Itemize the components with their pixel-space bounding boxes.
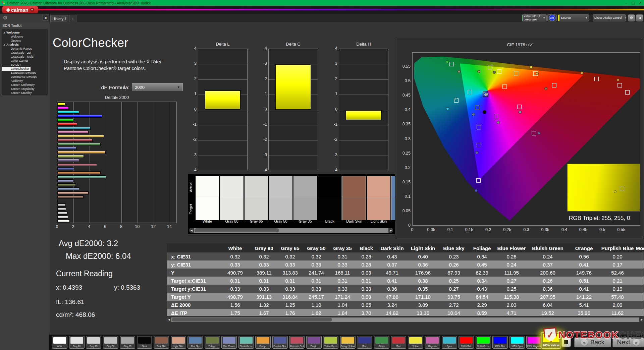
workflow-radio-icon[interactable] [3,16,7,19]
table-cell-e-2000-bluish-green: 6.04 [528,301,568,309]
cie-target-square-16 [477,125,481,129]
sidebar-item-luminance-sweeps[interactable]: Luminance Sweeps [2,75,48,79]
deltae-bar-gray-50 [57,208,66,211]
sidebar-item-saturation-sweeps[interactable]: Saturation Sweeps [2,71,48,75]
footer-patch-100-blue[interactable]: 100% Blue [492,336,508,349]
footer-patch-gray-50[interactable]: Gray 50 [103,336,118,349]
settings-button[interactable]: ⚙ [628,14,635,21]
sidebar-item-screen-stability[interactable]: Screen Stability [2,91,48,95]
table-cell-y-cie31-purplish-blue: 0.17 [600,260,635,269]
table-cell-target-y-blue-sky: 93.75 [439,293,469,301]
cie-measured-dot-16 [475,151,478,154]
deltae-bar-purplish-blue [57,167,74,170]
display-control-selector[interactable]: Direct Display Control ▾ [593,14,626,21]
table-cell-target-x-cie31-blue-flower: 0.27 [495,277,528,285]
footer-patch-red[interactable]: Red [391,336,406,349]
table-cell-y-cie31-dark-skin: 0.37 [377,260,407,269]
page-title: ColorChecker [53,36,128,50]
delta-l-y-tick-3: 3 [187,61,197,66]
table-cell-x-cie31-orange: 0.56 [568,252,600,260]
scroll-left-icon[interactable]: ◀ [189,228,194,233]
footer-patch-purple[interactable]: Purple [306,336,322,349]
patch-scrollbar-thumb[interactable] [195,228,279,232]
footer-patch-100-cyan[interactable]: 100% Cyan [509,336,525,349]
sidebar-item-additivity[interactable]: Additivity [2,79,48,83]
footer-patch-orange[interactable]: Orange [255,336,271,349]
footer-patch-yellow-green[interactable]: Yellow Green [323,336,338,349]
table-cell-target-x-cie31-black: 0.31 [356,277,377,285]
table-scrollbar[interactable]: ◀ ▶ [167,317,644,322]
footer-patch-black[interactable]: Black [137,336,152,349]
tree-group-analysis[interactable]: ◢Analysis [2,43,48,47]
footer-patch-cyan[interactable]: Cyan [442,336,457,349]
footer-patch-blue-flower[interactable]: Blue Flower [221,336,237,349]
panel-collapse-button[interactable]: ◀ [636,14,643,21]
footer-patch-color-yellow [409,337,422,344]
tree-expand-icon[interactable]: ◢ [3,31,5,34]
sidebar-item-grayscale-2pt[interactable]: Grayscale - 2pt [2,51,48,55]
meter-selector[interactable]: X-Rite i1Pro 2Direct View ▾ [522,14,547,21]
table-cell-e-2000-dark-skin: 3.24 [377,301,407,309]
table-row-target-x-cie31: Target x:CIE310.310.310.310.310.310.310.… [167,277,644,285]
footer-patch-100-green[interactable]: 100% Green [476,336,491,349]
footer-patch-dark-skin[interactable]: Dark Skin [154,336,169,349]
footer-patch-100-red[interactable]: 100% Red [459,336,474,349]
footer-patch-foliage[interactable]: Foliage [205,336,220,349]
stop-button[interactable] [561,337,571,347]
footer-patch-white[interactable]: White [52,336,67,349]
maximize-button[interactable]: ▢ [631,0,635,6]
footer-patch-blue[interactable]: Blue [357,336,372,349]
footer-patch-moderate-red[interactable]: Moderate Red [289,336,305,349]
delta-l-y-tick-2: 2 [187,76,197,81]
footer-patch-bluish-green[interactable]: Bluish Green [238,336,254,349]
footer-patch-100-yellow[interactable]: 100% Yellow [541,332,561,349]
footer-patch-gray-65[interactable]: Gray 65 [86,336,101,349]
gridline-y-0 [198,110,247,110]
footer-patch-blue-sky[interactable]: Blue Sky [187,336,203,349]
footer-patch-orange-yellow[interactable]: Orange Yellow [340,336,356,349]
scroll-right-icon[interactable]: ▶ [639,317,644,322]
close-button[interactable]: ✕ [639,0,642,6]
de-formula-value: 2000 [135,85,145,90]
footer-patch-purplish-blue[interactable]: Purplish Blue [272,336,288,349]
tab-add-button[interactable]: + [69,15,76,22]
footer-patch-green[interactable]: Green [374,336,389,349]
sidebar-item-options[interactable]: Options [2,39,48,43]
sidebar-item-screen-angularity[interactable]: Screen Angularity [2,87,48,91]
sidebar-item-grayscale-multi[interactable]: Grayscale - Multi [2,55,48,59]
gridline-y--2 [339,140,388,140]
de-formula-select[interactable]: 2000 ▼ [132,83,183,91]
footer-patch-yellow[interactable]: Yellow [408,336,423,349]
deltae-bar-gray-35 [57,203,66,207]
footer-patch-magenta[interactable]: Magenta [425,336,440,349]
footer-patch-gray-35[interactable]: Gray 35 [120,336,135,349]
sidebar-item-3d-lut[interactable]: 3D LUT [2,63,48,67]
footer-patch-100-magenta[interactable]: 100% Magenta [526,336,542,349]
sidebar-item-spectral-power-dist[interactable]: Spectral Power Dist. [2,95,48,96]
tree-expand-icon[interactable]: ◢ [3,43,5,46]
sidebar-collapse-button[interactable]: ◀ [43,15,48,21]
source-selector[interactable]: Source ▾ [558,14,589,21]
footer-patch-gray-80[interactable]: Gray 80 [69,336,85,349]
sidebar-item-dynamic-range[interactable]: Dynamic Range [2,47,48,51]
scroll-left-icon[interactable]: ◀ [167,317,171,322]
minimize-button[interactable]: – [625,0,627,6]
sidebar-item-screen-uniformity[interactable]: Screen Uniformity [2,83,48,87]
next-button[interactable]: Next » [612,337,644,347]
tree-group-welcome[interactable]: ◢Welcome [2,31,48,35]
cie-target-square-5 [552,83,556,88]
table-cell-target-y-dark-skin: 47.88 [377,293,407,301]
back-button[interactable]: « Back [574,337,611,347]
sidebar-item-welcome[interactable]: Welcome [2,35,48,39]
tab-history-1[interactable]: History 1 [50,15,68,22]
sidebar-item-color-gamut[interactable]: Color Gamut [2,59,48,63]
sidebar-item-colorchecker[interactable]: ColorChecker [2,67,31,71]
table-scrollbar-thumb[interactable] [172,318,332,322]
deltae-bar-100-red [57,123,77,126]
gridline-x-12 [154,102,154,223]
scroll-right-icon[interactable]: ▶ [388,228,393,233]
patch-label-gray-80: Gray 80 [220,219,244,223]
patch-scrollbar[interactable]: ◀ ▶ [189,228,393,233]
calman-menu-button[interactable]: ◈calman ▾ [2,6,38,13]
footer-patch-light-skin[interactable]: Light Skin [171,336,186,349]
